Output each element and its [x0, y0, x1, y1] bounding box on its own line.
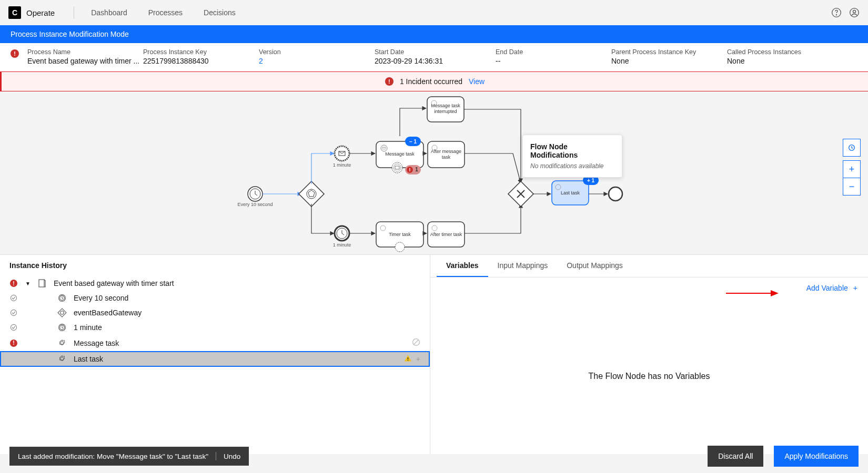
bpmn-end-event[interactable]: [609, 187, 622, 201]
apply-modifications-button[interactable]: Apply Modifications: [774, 446, 859, 467]
history-row[interactable]: 1 minute: [0, 320, 430, 335]
history-label: 1 minute: [74, 323, 102, 332]
history-title: Instance History: [0, 255, 430, 276]
bpmn-after-timer-task[interactable]: After timer task: [428, 222, 465, 247]
history-row-root[interactable]: ! ▼ Event based gateway with timer start: [0, 276, 430, 291]
incident-view-link[interactable]: View: [469, 77, 485, 86]
zoom-in-button[interactable]: +: [843, 160, 861, 178]
bpmn-timer-catch[interactable]: 1 minute: [333, 226, 351, 248]
svg-rect-63: [58, 309, 66, 317]
svg-rect-8: [299, 181, 324, 207]
variables-panel: Variables Input Mappings Output Mappings…: [430, 255, 868, 454]
incident-banner-text: 1 Incident occurred: [400, 77, 462, 86]
process-icon: [38, 279, 46, 287]
parent-key-label: Parent Process Instance Key: [611, 48, 727, 56]
footer-bar: Last added modification: Move "Message t…: [9, 446, 859, 467]
svg-point-43: [395, 242, 405, 252]
plus-icon: +: [853, 284, 857, 292]
svg-point-64: [60, 311, 64, 314]
variables-empty-message: The Flow Node has no Variables: [430, 299, 868, 454]
bpmn-start-event[interactable]: Every 10 second: [237, 187, 272, 207]
history-label: eventBasedGateway: [74, 309, 142, 317]
incident-icon: !: [9, 339, 18, 347]
top-header: C Operate Dashboard Processes Decisions: [0, 0, 868, 25]
tab-variables[interactable]: Variables: [437, 255, 488, 277]
svg-text:After timer task: After timer task: [430, 232, 462, 237]
add-icon[interactable]: +: [416, 355, 420, 363]
status-icon: [9, 355, 18, 363]
process-name-label: Process Name: [27, 48, 143, 56]
add-variable-label: Add Variable: [806, 284, 848, 292]
help-icon[interactable]: [831, 7, 842, 18]
start-date-label: Start Date: [375, 48, 496, 56]
called-instances-value: None: [727, 57, 857, 65]
start-date-value: 2023-09-29 14:36:31: [375, 57, 496, 65]
incident-banner-icon: !: [385, 77, 393, 86]
history-row[interactable]: Every 10 second: [0, 291, 430, 305]
svg-text:– 1: – 1: [409, 139, 417, 145]
svg-rect-58: [39, 280, 44, 287]
service-task-icon: [58, 339, 66, 347]
called-instances-label: Called Process Instances: [727, 48, 857, 56]
service-task-icon: [58, 355, 66, 363]
svg-text:interrupted: interrupted: [434, 109, 457, 114]
version-value[interactable]: 2: [259, 57, 375, 65]
discard-all-button[interactable]: Discard All: [708, 446, 763, 467]
svg-text:1 minute: 1 minute: [333, 242, 351, 248]
svg-text:Message task: Message task: [431, 103, 460, 108]
footer-separator: [216, 452, 216, 460]
history-label: Last task: [74, 355, 103, 363]
process-name-value: Event based gateway with timer ...: [27, 57, 143, 65]
ok-icon: [9, 323, 18, 332]
svg-rect-70: [408, 360, 409, 361]
bpmn-event-gateway[interactable]: [299, 181, 324, 207]
parent-key-value: None: [611, 57, 727, 65]
caret-down-icon[interactable]: ▼: [25, 281, 31, 286]
zoom-reset-button[interactable]: [843, 139, 861, 157]
end-date-value: --: [496, 57, 611, 65]
zoom-out-button[interactable]: −: [843, 178, 861, 196]
incident-banner: ! 1 Incident occurred View: [0, 71, 868, 91]
process-key-value: 2251799813888430: [143, 57, 259, 65]
user-icon[interactable]: [849, 7, 860, 18]
history-row-last-task[interactable]: Last task +: [0, 351, 430, 367]
svg-point-1: [836, 15, 837, 15]
svg-text:After message: After message: [431, 149, 461, 154]
bpmn-exclusive-gateway[interactable]: [508, 181, 533, 207]
bpmn-message-catch[interactable]: 1 minute: [333, 146, 351, 168]
bpmn-message-task-interrupted[interactable]: Message task interrupted: [427, 97, 464, 122]
warning-icon: [404, 354, 412, 364]
svg-text:!: !: [409, 167, 411, 172]
footer-message: Last added modification: Move "Message t…: [9, 447, 249, 466]
svg-text:Every 10 second: Every 10 second: [237, 202, 272, 207]
app-logo: C: [8, 6, 21, 19]
tab-input-mappings[interactable]: Input Mappings: [488, 255, 558, 277]
bpmn-last-task[interactable]: Last task + 1: [552, 176, 599, 205]
incident-icon: !: [9, 279, 18, 287]
nav-processes[interactable]: Processes: [138, 8, 193, 17]
end-date-label: End Date: [496, 48, 611, 56]
svg-text:Timer task: Timer task: [389, 232, 411, 237]
nav-decisions[interactable]: Decisions: [193, 8, 246, 17]
undo-button[interactable]: Undo: [224, 453, 240, 460]
instance-history-panel: Instance History ! ▼ Event based gateway…: [0, 255, 430, 454]
bpmn-message-task[interactable]: Message task – 1 ! 1: [376, 137, 423, 174]
history-row[interactable]: eventBasedGateway: [0, 305, 430, 320]
tab-output-mappings[interactable]: Output Mappings: [557, 255, 632, 277]
instance-details: ! Process Name Event based gateway with …: [0, 43, 868, 71]
flow-popup-body: No modifications available: [530, 162, 614, 170]
modification-mode-bar: Process Instance Modification Mode: [0, 25, 868, 43]
flow-node-popup: Flow Node Modifications No modifications…: [522, 135, 622, 178]
history-label: Message task: [74, 339, 119, 347]
timer-icon: [58, 323, 66, 332]
bpmn-after-message-task[interactable]: After message task: [428, 141, 465, 168]
bpmn-timer-task[interactable]: Timer task: [376, 222, 423, 252]
add-variable-button[interactable]: Add Variable +: [806, 284, 857, 292]
svg-text:+ 1: + 1: [587, 178, 595, 183]
history-row-message-task[interactable]: ! Message task: [0, 335, 430, 351]
app-name: Operate: [26, 8, 55, 17]
svg-point-56: [609, 187, 622, 201]
blocked-icon: [412, 338, 420, 348]
nav-dashboard[interactable]: Dashboard: [80, 8, 138, 17]
bpmn-diagram[interactable]: Every 10 second 1 minute Message task – …: [0, 91, 868, 254]
